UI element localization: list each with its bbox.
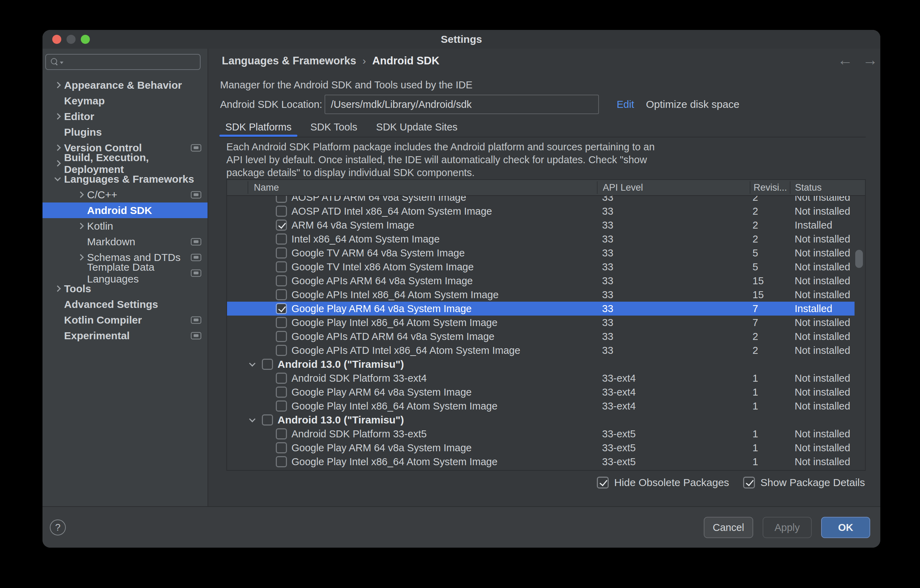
package-checkbox-checked[interactable] <box>276 220 287 231</box>
search-options-caret-icon[interactable] <box>60 61 63 64</box>
sdk-package-row[interactable]: Google Play ARM 64 v8a System Image33-ex… <box>227 441 855 455</box>
sidebar-item-template-data-languages[interactable]: Template Data Languages <box>42 265 207 281</box>
sidebar-item-kotlin-compiler[interactable]: Kotlin Compiler <box>42 312 207 328</box>
package-checkbox[interactable] <box>276 456 287 467</box>
scrollbar-thumb[interactable] <box>855 250 863 268</box>
tab-sdk-update-sites[interactable]: SDK Update Sites <box>370 118 463 137</box>
api-level-cell: 33-ext5 <box>602 427 636 441</box>
package-checkbox[interactable] <box>276 206 287 217</box>
column-header-name[interactable]: Name <box>254 182 279 193</box>
forward-arrow-icon[interactable]: → <box>863 52 878 68</box>
checkbox-checked-icon[interactable] <box>743 477 755 488</box>
sdk-package-row[interactable]: Google Play ARM 64 v8a System Image33-ex… <box>227 385 855 399</box>
sidebar-item-keymap[interactable]: Keymap <box>42 93 207 108</box>
sdk-package-row[interactable] <box>227 468 855 470</box>
sdk-package-row[interactable]: Google Play Intel x86_64 Atom System Ima… <box>227 455 855 468</box>
package-checkbox[interactable] <box>276 442 287 453</box>
sidebar-item-markdown[interactable]: Markdown <box>42 234 207 249</box>
apply-button[interactable]: Apply <box>763 517 812 538</box>
sdk-package-row[interactable]: Intel x86_64 Atom System Image332Not ins… <box>227 232 855 246</box>
package-checkbox[interactable] <box>276 261 287 273</box>
package-checkbox[interactable] <box>276 196 287 203</box>
column-header-revision[interactable]: Revisi... <box>753 182 787 193</box>
sdk-location-input[interactable] <box>324 95 599 114</box>
chevron-down-icon[interactable] <box>249 360 255 367</box>
minimize-window-button[interactable] <box>66 35 76 44</box>
optimize-disk-space-link[interactable]: Optimize disk space <box>646 99 739 110</box>
package-checkbox[interactable] <box>276 317 287 328</box>
chevron-right-icon[interactable] <box>54 82 61 88</box>
column-header-api-level[interactable]: API Level <box>603 182 643 193</box>
sdk-package-row[interactable]: Android SDK Platform 33-ext533-ext51Not … <box>227 427 855 441</box>
chevron-right-icon[interactable] <box>54 113 61 120</box>
sidebar-item-appearance-behavior[interactable]: Appearance & Behavior <box>42 77 207 93</box>
package-checkbox[interactable] <box>276 428 287 439</box>
settings-nav: Appearance & BehaviorKeymapEditorPlugins… <box>42 77 207 343</box>
sidebar-item-advanced-settings[interactable]: Advanced Settings <box>42 296 207 312</box>
sdk-package-row[interactable]: Google TV ARM 64 v8a System Image335Not … <box>227 246 855 260</box>
close-window-button[interactable] <box>52 35 61 44</box>
package-checkbox[interactable] <box>276 331 287 342</box>
package-checkbox[interactable] <box>276 386 287 398</box>
sdk-package-row[interactable]: Google TV Intel x86 Atom System Image335… <box>227 260 855 274</box>
tab-sdk-tools[interactable]: SDK Tools <box>305 118 363 137</box>
sdk-package-row[interactable]: Google APIs ATD Intel x86_64 Atom System… <box>227 343 855 357</box>
back-arrow-icon[interactable]: ← <box>837 52 853 68</box>
sidebar-item-editor[interactable]: Editor <box>42 108 207 124</box>
checkbox-checked-icon[interactable] <box>597 477 609 488</box>
tab-sdk-platforms[interactable]: SDK Platforms <box>219 118 297 137</box>
sdk-package-row[interactable]: Google APIs Intel x86_64 Atom System Ima… <box>227 288 855 302</box>
sidebar-item-plugins[interactable]: Plugins <box>42 124 207 140</box>
package-checkbox[interactable] <box>276 247 287 258</box>
sdk-package-row[interactable]: Google APIs ATD ARM 64 v8a System Image3… <box>227 330 855 343</box>
chevron-right-icon[interactable] <box>54 144 61 151</box>
sdk-package-row[interactable]: AOSP ATD ARM 64 v8a System Image332Not i… <box>227 196 855 204</box>
chevron-right-icon[interactable] <box>77 254 84 260</box>
cancel-button[interactable]: Cancel <box>704 517 753 538</box>
ok-button[interactable]: OK <box>821 517 870 538</box>
column-header-status[interactable]: Status <box>795 182 822 193</box>
sdk-package-row[interactable]: Google APIs ARM 64 v8a System Image3315N… <box>227 274 855 288</box>
sdk-package-row[interactable]: Google Play Intel x86_64 Atom System Ima… <box>227 315 855 330</box>
package-checkbox[interactable] <box>262 414 273 425</box>
breadcrumb-parent[interactable]: Languages & Frameworks <box>222 55 356 67</box>
option-show-package-details[interactable]: Show Package Details <box>743 477 865 488</box>
api-level-cell: 33 <box>602 232 613 246</box>
help-button[interactable]: ? <box>50 519 66 535</box>
option-hide-obsolete-packages[interactable]: Hide Obsolete Packages <box>597 477 729 488</box>
chevron-down-icon[interactable] <box>54 174 61 181</box>
package-checkbox[interactable] <box>276 401 287 412</box>
edit-link[interactable]: Edit <box>617 99 634 110</box>
sidebar-item-languages-frameworks[interactable]: Languages & Frameworks <box>42 171 207 187</box>
package-checkbox[interactable] <box>276 345 287 356</box>
sidebar-item-android-sdk[interactable]: Android SDK <box>42 202 207 218</box>
sidebar-item-experimental[interactable]: Experimental <box>42 328 207 343</box>
sdk-package-row[interactable]: Google Play ARM 64 v8a System Image337In… <box>227 302 855 315</box>
chevron-right-icon[interactable] <box>54 285 61 292</box>
package-name: Android 13.0 ("Tiramisu") <box>277 414 404 426</box>
revision-cell: 2 <box>753 343 758 357</box>
package-checkbox[interactable] <box>262 359 273 370</box>
sdk-group-row[interactable]: Android 13.0 ("Tiramisu") <box>227 413 855 427</box>
sidebar-item-c-c[interactable]: C/C++ <box>42 187 207 202</box>
sdk-group-row[interactable]: Android 13.0 ("Tiramisu") <box>227 357 855 371</box>
zoom-window-button[interactable] <box>81 35 90 44</box>
chevron-right-icon[interactable] <box>54 160 61 166</box>
sidebar-item-build-execution-deployment[interactable]: Build, Execution, Deployment <box>42 155 207 171</box>
chevron-right-icon[interactable] <box>77 223 84 229</box>
chevron-right-icon[interactable] <box>77 191 84 198</box>
package-checkbox[interactable] <box>276 373 287 384</box>
settings-search-input[interactable] <box>45 54 201 70</box>
sdk-package-row[interactable]: Android SDK Platform 33-ext433-ext41Not … <box>227 371 855 385</box>
table-scrollbar[interactable] <box>854 196 864 469</box>
package-checkbox-checked[interactable] <box>276 303 287 314</box>
sidebar-item-tools[interactable]: Tools <box>42 281 207 296</box>
sidebar-item-kotlin[interactable]: Kotlin <box>42 218 207 234</box>
sdk-package-row[interactable]: AOSP ATD Intel x86_64 Atom System Image3… <box>227 204 855 218</box>
sdk-package-row[interactable]: Google Play Intel x86_64 Atom System Ima… <box>227 399 855 413</box>
package-checkbox[interactable] <box>276 275 287 286</box>
sdk-package-row[interactable]: ARM 64 v8a System Image332Installed <box>227 218 855 232</box>
package-checkbox[interactable] <box>276 289 287 300</box>
chevron-down-icon[interactable] <box>249 416 255 422</box>
package-checkbox[interactable] <box>276 233 287 245</box>
